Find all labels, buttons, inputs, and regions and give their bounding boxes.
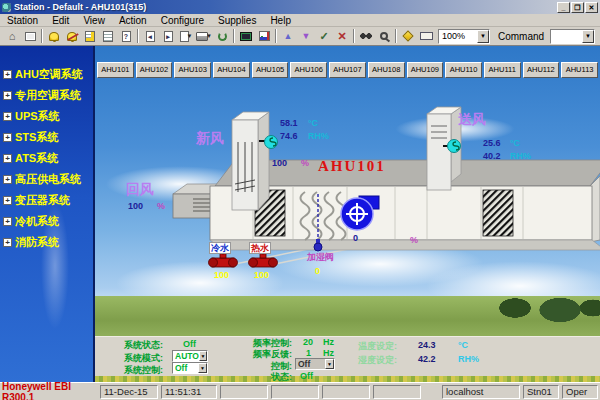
associated-page-button[interactable]: ▼ bbox=[177, 28, 195, 44]
cancel-button[interactable]: ✕ bbox=[333, 28, 351, 44]
lower-button[interactable]: ▼ bbox=[297, 28, 315, 44]
sidebar-item-label: AHU空调系统 bbox=[15, 67, 83, 82]
system-control-label: 系统控制: bbox=[124, 364, 163, 377]
sidebar-item-ats[interactable]: +ATS系统 bbox=[0, 148, 93, 169]
raise-button[interactable]: ▲ bbox=[279, 28, 297, 44]
pan-button[interactable] bbox=[399, 28, 417, 44]
zoom-select[interactable]: 100% ▼ bbox=[438, 29, 490, 44]
display-button[interactable] bbox=[21, 28, 39, 44]
sidebar-item-chiller[interactable]: +冷机系统 bbox=[0, 211, 93, 232]
chilled-water-label: 冷水 bbox=[209, 242, 231, 254]
menu-station[interactable]: Station bbox=[0, 15, 45, 26]
minimize-button[interactable]: _ bbox=[557, 2, 570, 13]
menu-bar: Station Edit View Action Configure Suppl… bbox=[0, 14, 600, 27]
menu-supplies[interactable]: Supplies bbox=[211, 15, 263, 26]
command-input[interactable]: ▼ bbox=[550, 29, 595, 44]
return-air-label: 回风 bbox=[126, 181, 154, 199]
expand-icon[interactable]: + bbox=[3, 217, 12, 226]
expand-icon[interactable]: + bbox=[3, 238, 12, 247]
accept-button[interactable]: ✓ bbox=[315, 28, 333, 44]
menu-view[interactable]: View bbox=[76, 15, 112, 26]
system-control-select[interactable]: Off ▼ bbox=[172, 362, 208, 374]
freq-feedback-unit: Hz bbox=[323, 348, 334, 358]
freq-control-unit: Hz bbox=[323, 337, 334, 347]
expand-icon[interactable]: + bbox=[3, 91, 12, 100]
sidebar-item-label: ATS系统 bbox=[15, 151, 58, 166]
sidebar-item-fire[interactable]: +消防系统 bbox=[0, 232, 93, 253]
chevron-down-icon[interactable]: ▼ bbox=[198, 363, 207, 373]
supply-air-temp: 25.6 bbox=[483, 138, 501, 148]
chevron-down-icon[interactable]: ▼ bbox=[477, 30, 489, 43]
humidifier-label: 加湿阀 bbox=[307, 251, 334, 264]
expand-icon[interactable]: + bbox=[3, 175, 12, 184]
expand-icon[interactable]: + bbox=[3, 196, 12, 205]
supply-air-label: 送风 bbox=[458, 111, 486, 129]
alarm-ack-button[interactable] bbox=[63, 28, 81, 44]
sidebar-item-ups[interactable]: +UPS系统 bbox=[0, 106, 93, 127]
system-status-value[interactable]: Off bbox=[183, 339, 196, 349]
sidebar-item-label: 消防系统 bbox=[15, 235, 59, 250]
sidebar-item-label: UPS系统 bbox=[15, 109, 60, 124]
expand-icon[interactable]: + bbox=[3, 154, 12, 163]
system-tree-sidebar: +AHU空调系统 +专用空调系统 +UPS系统 +STS系统 +ATS系统 +高… bbox=[0, 46, 95, 382]
cancel-icon: ✕ bbox=[337, 30, 346, 43]
sidebar-item-ahu-system[interactable]: +AHU空调系统 bbox=[0, 64, 93, 85]
chevron-down-icon[interactable]: ▼ bbox=[199, 351, 207, 361]
expand-icon[interactable]: + bbox=[3, 133, 12, 142]
refresh-button[interactable] bbox=[213, 28, 231, 44]
select-area-button[interactable] bbox=[417, 28, 435, 44]
main-area: +AHU空调系统 +专用空调系统 +UPS系统 +STS系统 +ATS系统 +高… bbox=[0, 46, 600, 382]
sidebar-item-label: 专用空调系统 bbox=[15, 88, 81, 103]
menu-help[interactable]: Help bbox=[263, 15, 298, 26]
sidebar-item-precision-ac[interactable]: +专用空调系统 bbox=[0, 85, 93, 106]
restore-button[interactable]: ❐ bbox=[571, 2, 584, 13]
page-forward-button[interactable]: ▸ bbox=[159, 28, 177, 44]
trend-chart-icon bbox=[259, 31, 270, 41]
station-app-icon bbox=[2, 3, 11, 12]
toolbar: ⌂ ? ◂ ▸ ▼ ▼ ▲ ▼ ✓ ✕ 100% ▼ Command ▼ bbox=[0, 27, 600, 46]
temp-setpoint-value[interactable]: 24.3 bbox=[418, 340, 436, 350]
station-display-button[interactable] bbox=[237, 28, 255, 44]
unit-title: AHU101 bbox=[318, 158, 386, 175]
supply-air-rh: 40.2 bbox=[483, 151, 501, 161]
expand-icon[interactable]: + bbox=[3, 70, 12, 79]
humidity-setpoint-value[interactable]: 42.2 bbox=[418, 354, 436, 364]
alarm-button[interactable] bbox=[45, 28, 63, 44]
message-button[interactable]: ? bbox=[117, 28, 135, 44]
page-forward-icon: ▸ bbox=[164, 31, 173, 42]
station-button[interactable]: ⌂ bbox=[3, 28, 21, 44]
sidebar-item-sts[interactable]: +STS系统 bbox=[0, 127, 93, 148]
alarm-ack-icon bbox=[67, 32, 77, 41]
supply-air-rh-unit: RH% bbox=[510, 151, 531, 161]
host-field: localhost bbox=[442, 385, 520, 399]
chevron-down-icon[interactable]: ▼ bbox=[582, 30, 594, 43]
sidebar-item-label: 高压供电系统 bbox=[15, 172, 81, 187]
control-select[interactable]: Off ▼ bbox=[295, 358, 335, 370]
zoom-button[interactable] bbox=[375, 28, 393, 44]
event-list-button[interactable] bbox=[99, 28, 117, 44]
trend-button[interactable] bbox=[255, 28, 273, 44]
ahu-unit-drawing bbox=[95, 46, 600, 382]
find-icon bbox=[360, 32, 372, 40]
sidebar-item-label: 冷机系统 bbox=[15, 214, 59, 229]
menu-configure[interactable]: Configure bbox=[154, 15, 211, 26]
menu-action[interactable]: Action bbox=[112, 15, 154, 26]
menu-edit[interactable]: Edit bbox=[45, 15, 76, 26]
chilled-water-value: 100 bbox=[214, 270, 229, 280]
close-button[interactable]: ✕ bbox=[585, 2, 598, 13]
refresh-icon bbox=[218, 32, 227, 41]
fresh-air-rh-unit: RH% bbox=[308, 131, 329, 141]
toolbar-separator bbox=[233, 29, 235, 43]
alarm-list-button[interactable] bbox=[81, 28, 99, 44]
sidebar-item-hv-power[interactable]: +高压供电系统 bbox=[0, 169, 93, 190]
page-back-button[interactable]: ◂ bbox=[141, 28, 159, 44]
raise-icon: ▲ bbox=[284, 31, 293, 41]
fresh-air-temp: 58.1 bbox=[280, 118, 298, 128]
expand-icon[interactable]: + bbox=[3, 112, 12, 121]
print-button[interactable]: ▼ bbox=[195, 28, 213, 44]
zoom-icon bbox=[380, 32, 388, 40]
sidebar-item-transformer[interactable]: +变压器系统 bbox=[0, 190, 93, 211]
system-mode-select[interactable]: AUTO ▼ bbox=[172, 350, 208, 362]
chevron-down-icon[interactable]: ▼ bbox=[325, 359, 334, 369]
find-button[interactable] bbox=[357, 28, 375, 44]
